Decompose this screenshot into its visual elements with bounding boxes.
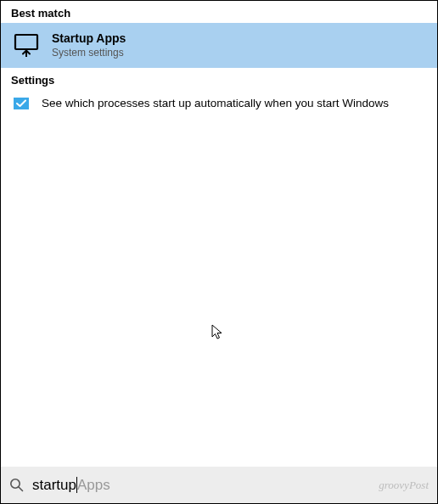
search-icon — [9, 478, 24, 492]
search-input[interactable]: startupApps — [32, 477, 110, 494]
svg-line-4 — [19, 487, 23, 491]
settings-result[interactable]: See which processes start up automatical… — [1, 90, 437, 117]
results-empty-area — [1, 117, 437, 468]
mouse-cursor-icon — [211, 324, 225, 341]
search-bar[interactable]: startupApps groovyPost — [1, 467, 437, 503]
best-match-header: Best match — [1, 1, 437, 23]
settings-header: Settings — [1, 68, 437, 90]
best-match-result[interactable]: Startup Apps System settings — [1, 23, 437, 68]
startup-apps-icon — [13, 32, 40, 58]
svg-rect-2 — [14, 98, 29, 109]
search-typed-text: startup — [32, 477, 76, 494]
settings-checkbox-icon — [13, 97, 30, 110]
watermark-text: groovyPost — [379, 479, 429, 492]
best-match-title: Startup Apps — [52, 31, 126, 47]
search-suggestion-text: Apps — [77, 477, 110, 494]
best-match-subtitle: System settings — [52, 47, 126, 59]
settings-result-text: See which processes start up automatical… — [42, 97, 389, 109]
svg-rect-0 — [15, 35, 37, 49]
